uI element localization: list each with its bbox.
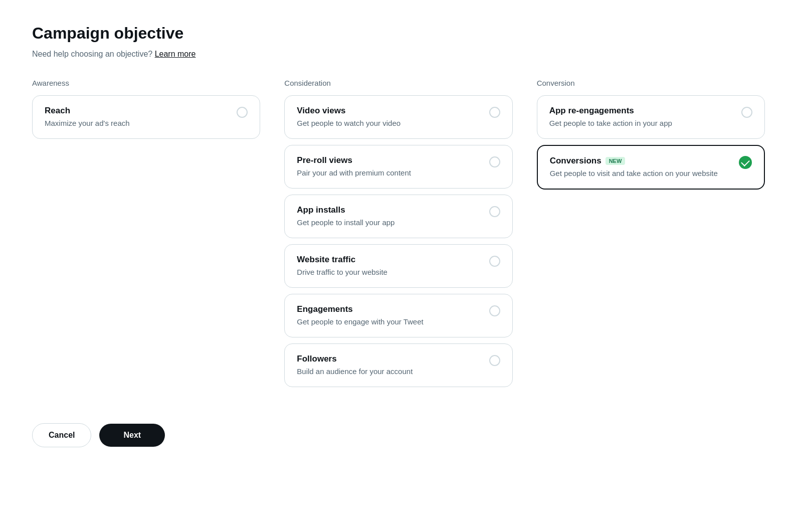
- website-traffic-title: Website traffic: [297, 255, 483, 265]
- video-views-radio[interactable]: [489, 107, 500, 118]
- awareness-header: Awareness: [32, 79, 260, 87]
- website-traffic-content: Website traffic Drive traffic to your we…: [297, 255, 489, 277]
- page-subtitle: Need help choosing an objective? Learn m…: [32, 50, 765, 59]
- new-badge: NEW: [606, 157, 626, 165]
- consideration-header: Consideration: [284, 79, 512, 87]
- reach-radio[interactable]: [237, 107, 248, 118]
- app-installs-title: App installs: [297, 205, 483, 215]
- followers-option[interactable]: Followers Build an audience for your acc…: [284, 343, 512, 387]
- pre-roll-views-description: Pair your ad with premium content: [297, 167, 483, 178]
- cancel-button[interactable]: Cancel: [32, 423, 91, 447]
- engagements-content: Engagements Get people to engage with yo…: [297, 304, 489, 327]
- conversions-option[interactable]: Conversions NEW Get people to visit and …: [537, 145, 765, 190]
- conversion-header: Conversion: [537, 79, 765, 87]
- consideration-column: Consideration Video views Get people to …: [284, 79, 512, 393]
- next-button[interactable]: Next: [99, 424, 165, 447]
- video-views-content: Video views Get people to watch your vid…: [297, 106, 489, 128]
- engagements-description: Get people to engage with your Tweet: [297, 316, 483, 327]
- awareness-column: Awareness Reach Maximize your ad's reach: [32, 79, 260, 145]
- app-installs-option[interactable]: App installs Get people to install your …: [284, 195, 512, 238]
- reach-content: Reach Maximize your ad's reach: [45, 106, 237, 128]
- app-installs-description: Get people to install your app: [297, 217, 483, 228]
- reach-title: Reach: [45, 106, 231, 116]
- followers-radio[interactable]: [489, 355, 500, 366]
- engagements-title: Engagements: [297, 304, 483, 314]
- reach-option[interactable]: Reach Maximize your ad's reach: [32, 95, 260, 139]
- website-traffic-radio[interactable]: [489, 256, 500, 267]
- conversions-check[interactable]: [739, 156, 752, 169]
- engagements-option[interactable]: Engagements Get people to engage with yo…: [284, 294, 512, 337]
- app-installs-content: App installs Get people to install your …: [297, 205, 489, 228]
- website-traffic-description: Drive traffic to your website: [297, 267, 483, 277]
- conversions-description: Get people to visit and take action on y…: [550, 168, 733, 179]
- video-views-option[interactable]: Video views Get people to watch your vid…: [284, 95, 512, 139]
- app-reengagements-option[interactable]: App re-engagements Get people to take ac…: [537, 95, 765, 139]
- reach-description: Maximize your ad's reach: [45, 118, 231, 128]
- pre-roll-views-title: Pre-roll views: [297, 155, 483, 165]
- website-traffic-option[interactable]: Website traffic Drive traffic to your we…: [284, 244, 512, 288]
- followers-content: Followers Build an audience for your acc…: [297, 354, 489, 377]
- app-installs-radio[interactable]: [489, 206, 500, 217]
- pre-roll-views-radio[interactable]: [489, 156, 500, 167]
- app-reengagements-description: Get people to take action in your app: [549, 118, 735, 128]
- learn-more-link[interactable]: Learn more: [155, 50, 196, 58]
- followers-title: Followers: [297, 354, 483, 364]
- objectives-grid: Awareness Reach Maximize your ad's reach…: [32, 79, 765, 393]
- footer: Cancel Next: [32, 423, 765, 447]
- followers-description: Build an audience for your account: [297, 366, 483, 377]
- video-views-title: Video views: [297, 106, 483, 116]
- conversions-content: Conversions NEW Get people to visit and …: [550, 156, 739, 179]
- conversion-column: Conversion App re-engagements Get people…: [537, 79, 765, 196]
- video-views-description: Get people to watch your video: [297, 118, 483, 128]
- app-reengagements-title: App re-engagements: [549, 106, 735, 116]
- engagements-radio[interactable]: [489, 305, 500, 316]
- pre-roll-views-content: Pre-roll views Pair your ad with premium…: [297, 155, 489, 178]
- page-title: Campaign objective: [32, 24, 765, 43]
- app-reengagements-content: App re-engagements Get people to take ac…: [549, 106, 741, 128]
- app-reengagements-radio[interactable]: [741, 107, 752, 118]
- pre-roll-views-option[interactable]: Pre-roll views Pair your ad with premium…: [284, 145, 512, 189]
- conversions-title: Conversions NEW: [550, 156, 733, 166]
